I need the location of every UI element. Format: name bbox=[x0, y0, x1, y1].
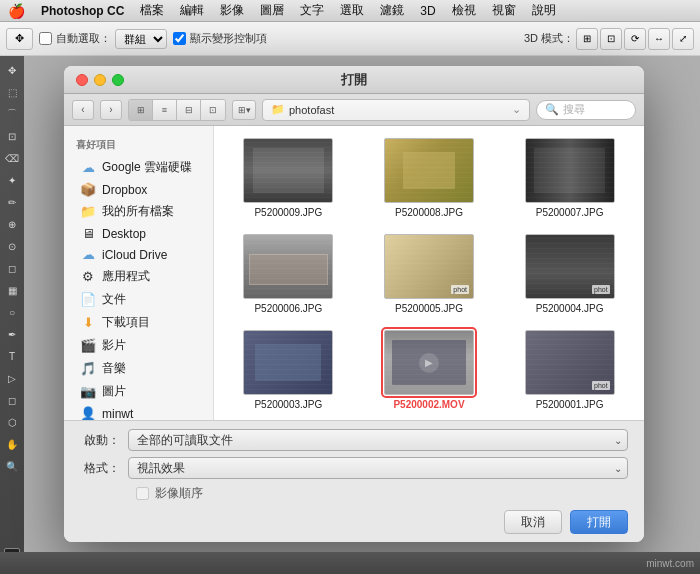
tool-brush[interactable]: ✏ bbox=[2, 192, 22, 212]
menu-help[interactable]: 說明 bbox=[532, 2, 556, 19]
sidebar-item-docs[interactable]: 📄 文件 bbox=[68, 288, 209, 311]
file-name-0: P5200009.JPG bbox=[254, 207, 322, 218]
format-select[interactable]: 視訊效果 bbox=[128, 457, 628, 479]
file-thumb-4: phot bbox=[384, 234, 474, 299]
file-item-2[interactable]: P5200007.JPG bbox=[507, 138, 632, 218]
arrange-btn[interactable]: ⊞▾ bbox=[232, 100, 256, 120]
tool-pen[interactable]: ✒ bbox=[2, 324, 22, 344]
tool-move[interactable]: ✥ bbox=[2, 60, 22, 80]
sequence-label: 影像順序 bbox=[155, 485, 203, 502]
dialog-toolbar: ‹ › ⊞ ≡ ⊟ ⊡ ⊞▾ 📁 photofast ⌄ 🔍 搜尋 bbox=[64, 94, 644, 126]
tool-heal[interactable]: ✦ bbox=[2, 170, 22, 190]
menu-photoshop[interactable]: Photoshop CC bbox=[41, 4, 124, 18]
format-label: 格式： bbox=[80, 460, 120, 477]
file-item-5[interactable]: phot P5200004.JPG bbox=[507, 234, 632, 314]
tool-gradient[interactable]: ▦ bbox=[2, 280, 22, 300]
tool-hand[interactable]: ✋ bbox=[2, 434, 22, 454]
sidebar-item-movies[interactable]: 🎬 影片 bbox=[68, 334, 209, 357]
file-item-6[interactable]: P5200003.JPG bbox=[226, 330, 351, 410]
move-tool-btn[interactable]: ✥ bbox=[6, 28, 33, 50]
apple-menu[interactable]: 🍎 bbox=[8, 3, 25, 19]
list-view-btn[interactable]: ≡ bbox=[153, 100, 177, 120]
all-files-icon: 📁 bbox=[80, 204, 96, 219]
menu-3d[interactable]: 3D bbox=[420, 4, 435, 18]
close-button[interactable] bbox=[76, 74, 88, 86]
tool-icon-1[interactable]: ⊞ bbox=[576, 28, 598, 50]
menu-edit[interactable]: 編輯 bbox=[180, 2, 204, 19]
tool-history[interactable]: ⊙ bbox=[2, 236, 22, 256]
cancel-button[interactable]: 取消 bbox=[504, 510, 562, 534]
tool-eraser[interactable]: ◻ bbox=[2, 258, 22, 278]
tool-eyedropper[interactable]: ⌫ bbox=[2, 148, 22, 168]
enable-select-wrapper: 全部的可讀取文件 ⌄ bbox=[128, 429, 628, 451]
tool-3d[interactable]: ⬡ bbox=[2, 412, 22, 432]
file-item-1[interactable]: P5200008.JPG bbox=[367, 138, 492, 218]
file-item-7[interactable]: ▶ P5200002.MOV bbox=[367, 330, 492, 410]
file-item-3[interactable]: P5200006.JPG bbox=[226, 234, 351, 314]
tool-lasso[interactable]: ⌒ bbox=[2, 104, 22, 124]
menu-text[interactable]: 文字 bbox=[300, 2, 324, 19]
sidebar-item-icloud[interactable]: ☁ iCloud Drive bbox=[68, 244, 209, 265]
sidebar-item-music[interactable]: 🎵 音樂 bbox=[68, 357, 209, 380]
tool-path[interactable]: ▷ bbox=[2, 368, 22, 388]
sidebar-label-desktop: Desktop bbox=[102, 227, 146, 241]
format-select-wrapper: 視訊效果 ⌄ bbox=[128, 457, 628, 479]
path-dropdown[interactable]: 📁 photofast ⌄ bbox=[262, 99, 530, 121]
menu-file[interactable]: 檔案 bbox=[140, 2, 164, 19]
sequence-checkbox[interactable] bbox=[136, 487, 149, 500]
transform-area: 顯示變形控制項 bbox=[173, 31, 267, 46]
menu-view[interactable]: 檢視 bbox=[452, 2, 476, 19]
tool-crop[interactable]: ⊡ bbox=[2, 126, 22, 146]
tool-zoom[interactable]: 🔍 bbox=[2, 456, 22, 476]
open-file-dialog: 打開 ‹ › ⊞ ≡ ⊟ ⊡ ⊞▾ 📁 photofast ⌄ 🔍 搜尋 喜好項… bbox=[64, 66, 644, 542]
file-item-0[interactable]: P5200009.JPG bbox=[226, 138, 351, 218]
back-button[interactable]: ‹ bbox=[72, 100, 94, 120]
sidebar-label-apps: 應用程式 bbox=[102, 268, 150, 285]
coverflow-view-btn[interactable]: ⊡ bbox=[201, 100, 225, 120]
menu-select[interactable]: 選取 bbox=[340, 2, 364, 19]
tool-dodge[interactable]: ○ bbox=[2, 302, 22, 322]
column-view-btn[interactable]: ⊟ bbox=[177, 100, 201, 120]
tool-icon-2[interactable]: ⊡ bbox=[600, 28, 622, 50]
sidebar-item-user[interactable]: 👤 minwt bbox=[68, 403, 209, 420]
transform-checkbox[interactable] bbox=[173, 32, 186, 45]
sidebar-label-icloud: iCloud Drive bbox=[102, 248, 167, 262]
tool-marquee[interactable]: ⬚ bbox=[2, 82, 22, 102]
dialog-sidebar: 喜好項目 ☁ Google 雲端硬碟 📦 Dropbox 📁 我的所有檔案 🖥 … bbox=[64, 126, 214, 420]
sidebar-label-google-drive: Google 雲端硬碟 bbox=[102, 159, 192, 176]
tool-icon-5[interactable]: ⤢ bbox=[672, 28, 694, 50]
menu-layer[interactable]: 圖層 bbox=[260, 2, 284, 19]
sidebar-item-apps[interactable]: ⚙ 應用程式 bbox=[68, 265, 209, 288]
movies-icon: 🎬 bbox=[80, 338, 96, 353]
menu-window[interactable]: 視窗 bbox=[492, 2, 516, 19]
tool-shape[interactable]: ◻ bbox=[2, 390, 22, 410]
sidebar-item-dropbox[interactable]: 📦 Dropbox bbox=[68, 179, 209, 200]
search-box[interactable]: 🔍 搜尋 bbox=[536, 100, 636, 120]
maximize-button[interactable] bbox=[112, 74, 124, 86]
minimize-button[interactable] bbox=[94, 74, 106, 86]
tool-text[interactable]: T bbox=[2, 346, 22, 366]
menu-image[interactable]: 影像 bbox=[220, 2, 244, 19]
file-thumb-7: ▶ bbox=[384, 330, 474, 395]
tool-icon-3[interactable]: ⟳ bbox=[624, 28, 646, 50]
forward-button[interactable]: › bbox=[100, 100, 122, 120]
tool-icon-4[interactable]: ↔ bbox=[648, 28, 670, 50]
file-item-8[interactable]: phot P5200001.JPG bbox=[507, 330, 632, 410]
sidebar-item-desktop[interactable]: 🖥 Desktop bbox=[68, 223, 209, 244]
tool-stamp[interactable]: ⊕ bbox=[2, 214, 22, 234]
sidebar-item-pictures[interactable]: 📷 圖片 bbox=[68, 380, 209, 403]
search-icon: 🔍 bbox=[545, 103, 559, 116]
apps-icon: ⚙ bbox=[80, 269, 96, 284]
sidebar-item-downloads[interactable]: ⬇ 下載項目 bbox=[68, 311, 209, 334]
sidebar-label-downloads: 下載項目 bbox=[102, 314, 150, 331]
sidebar-item-all-files[interactable]: 📁 我的所有檔案 bbox=[68, 200, 209, 223]
open-button[interactable]: 打開 bbox=[570, 510, 628, 534]
auto-select-dropdown[interactable]: 群組 bbox=[115, 29, 167, 49]
icon-view-btn[interactable]: ⊞ bbox=[129, 100, 153, 120]
file-item-4[interactable]: phot P5200005.JPG bbox=[367, 234, 492, 314]
menu-filter[interactable]: 濾鏡 bbox=[380, 2, 404, 19]
sidebar-item-google-drive[interactable]: ☁ Google 雲端硬碟 bbox=[68, 156, 209, 179]
enable-select[interactable]: 全部的可讀取文件 bbox=[128, 429, 628, 451]
path-arrow-icon: ⌄ bbox=[512, 103, 521, 116]
auto-select-checkbox[interactable] bbox=[39, 32, 52, 45]
